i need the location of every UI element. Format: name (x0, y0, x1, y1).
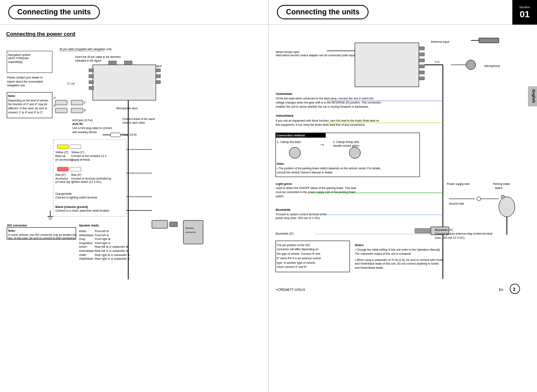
svg-text:Note:: Note: (277, 162, 285, 166)
svg-text:Gray:: Gray: (79, 238, 85, 241)
svg-text:the type of vehicle. Connect 5: the type of vehicle. Connect 5* and (277, 252, 320, 256)
svg-text:that equipment. If not, keep t: that equipment. If not, keep the Audio M… (276, 123, 366, 127)
svg-text:6* when Pin 5 is an antenna co: 6* when Pin 5 is an antenna control (277, 257, 321, 260)
section-badge: Section 01 (512, 0, 537, 25)
svg-text:17 cm: 17 cm (67, 82, 75, 85)
svg-text:Front right ⊖: Front right ⊖ (95, 242, 111, 245)
svg-text:Of the two lead wires connecte: Of the two lead wires connected to the b… (276, 97, 374, 100)
svg-point-113 (466, 60, 475, 69)
svg-text:Blue/white (5*): Blue/white (5*) (276, 232, 294, 235)
svg-text:Blue/white (6*): Blue/white (6*) (435, 228, 453, 232)
svg-rect-19 (156, 69, 161, 72)
svg-text:Connect to a clean, paint-free: Connect to a clean, paint-free metal loc… (55, 209, 110, 212)
svg-text:Yellow/black: Yellow/black (276, 114, 294, 118)
svg-text:power amp (max. 300 mA 12 V DC: power amp (max. 300 mA 12 V DC). (276, 217, 320, 220)
svg-text:Hard-wired remote control adap: Hard-wired remote control adapter can be… (276, 54, 363, 57)
left-diagram-svg: Navigation system (AVIC-F250(sold separa… (6, 43, 262, 311)
svg-text:Yellow (2*): Yellow (2*) (55, 151, 69, 154)
svg-rect-21 (156, 81, 161, 84)
svg-text:Connect to system control term: Connect to system control terminal of th… (276, 213, 327, 216)
svg-rect-59 (58, 167, 69, 171)
right-page: English Antenna input Wired remote input… (269, 25, 537, 392)
svg-text:Gray/black:: Gray/black: (79, 242, 93, 245)
svg-text:26 pin cable (Supplied with na: 26 pin cable (Supplied with navigation u… (59, 48, 111, 51)
svg-text:the function of 2* and 4* may : the function of 2* and 4* may be (8, 103, 47, 106)
svg-text:Connect to the constant 12 V: Connect to the constant 12 V (71, 154, 107, 157)
svg-text:Connection method: Connection method (277, 134, 305, 137)
svg-rect-14 (93, 65, 156, 100)
svg-text:3*: 3* (84, 109, 87, 112)
svg-text:ISO connector: ISO connector (7, 224, 27, 227)
svg-text:connector will differ dependin: connector will differ depending on (277, 248, 318, 251)
svg-rect-16 (89, 75, 94, 78)
right-header: Connecting the units (269, 0, 537, 24)
svg-text:(or accessory): (or accessory) (55, 158, 73, 161)
svg-text:White/black:: White/black: (79, 234, 94, 237)
svg-text:Insert the 26 pin cable in the: Insert the 26 pin cable in the direction (75, 55, 121, 59)
svg-text:and Green/black leads.: and Green/black leads. (355, 266, 384, 269)
svg-text:Red (3*): Red (3*) (71, 173, 81, 177)
svg-text:→: → (319, 141, 325, 148)
svg-point-142 (349, 147, 360, 158)
svg-text:Blue/white: Blue/white (276, 208, 291, 212)
svg-text:En: En (499, 288, 503, 292)
svg-rect-23 (124, 61, 132, 65)
svg-rect-51 (58, 145, 69, 149)
svg-text:type. In another type of vehic: type. In another type of vehicle, (277, 261, 316, 265)
svg-text:connect 1* to 4* and 3* to 2*.: connect 1* to 4* and 3* to 2*. (8, 111, 44, 114)
svg-text:connector: connector (185, 231, 196, 233)
svg-text:Yellow (1*): Yellow (1*) (71, 151, 84, 154)
svg-text:needle-nosed pliers.: needle-nosed pliers. (333, 144, 360, 148)
svg-text:Orange/white: Orange/white (55, 192, 72, 196)
svg-text:• Change the initial setting o: • Change the initial setting of this uni… (355, 248, 441, 251)
svg-text:Red (4*): Red (4*) (55, 173, 66, 177)
svg-text:Wired remote input: Wired remote input (276, 51, 300, 54)
svg-text:AUX IN:: AUX IN: (72, 122, 83, 126)
svg-rect-117 (419, 47, 424, 50)
svg-text:Speaker leads: Speaker leads (79, 224, 99, 227)
svg-text:Violet/white: Violet/white (276, 92, 292, 96)
left-section-title: Connecting the units (8, 5, 100, 19)
svg-rect-15 (89, 69, 94, 72)
svg-text:Notes:: Notes: (355, 243, 364, 247)
svg-text:Accessory: Accessory (55, 177, 69, 180)
svg-rect-102 (170, 222, 177, 227)
svg-point-138 (289, 147, 300, 158)
svg-text:Back-up: Back-up (55, 154, 66, 158)
svg-point-155 (477, 197, 481, 201)
english-tab: English (528, 86, 537, 106)
svg-text:Green:: Green: (79, 245, 88, 248)
svg-text:Use a mini plug cable to conne: Use a mini plug cable to connect (72, 127, 112, 130)
left-header: Connecting the units (0, 0, 269, 24)
svg-text:must be connected to the power: must be connected to the power supply si… (276, 191, 356, 194)
svg-text:switch.: switch. (276, 195, 284, 198)
svg-rect-18 (89, 86, 94, 90)
svg-text:2*: 2* (53, 97, 56, 99)
section-number: 01 (520, 9, 530, 20)
svg-text:Violet:: Violet: (79, 254, 87, 256)
svg-text:• The position of the parking : • The position of the parking brake swit… (277, 167, 381, 170)
svg-text:Power supply side: Power supply side (447, 182, 470, 186)
svg-text:different. In this case, be su: different. In this case, be sure to (8, 107, 47, 110)
svg-text:White:: White: (79, 230, 87, 233)
top-header: Connecting the units Connecting the unit… (0, 0, 537, 25)
svg-rect-118 (419, 53, 424, 56)
svg-text:Black (chassis ground): Black (chassis ground) (55, 205, 88, 209)
svg-text:voltage changes when the gear : voltage changes when the gear shift is i… (276, 101, 381, 104)
svg-rect-30 (55, 100, 67, 105)
svg-text:Note:: Note: (8, 229, 16, 233)
svg-text:AUX jack (3.5 ø): AUX jack (3.5 ø) (72, 119, 92, 122)
svg-text:The subwoofer output of this u: The subwoofer output of this unit is mon… (355, 252, 412, 256)
svg-text:inquire about the connectable: inquire about the connectable (7, 80, 43, 83)
svg-text:Connect to terminal controlled: Connect to terminal controlled by (71, 177, 111, 180)
svg-text:Rear right ⊕ or subwoofer ⊕: Rear right ⊕ or subwoofer ⊕ (95, 254, 130, 257)
main-content: Connecting the power cord Navigation sys… (0, 25, 537, 392)
svg-text:Front left ⊕: Front left ⊕ (95, 230, 109, 233)
svg-text:Violet/black:: Violet/black: (79, 257, 94, 260)
svg-text:Connect leads of the same: Connect leads of the same (122, 118, 155, 120)
svg-text:ignition switch (12 V DC).: ignition switch (12 V DC). (71, 180, 102, 184)
svg-text:Front right ⊕: Front right ⊕ (95, 238, 111, 241)
svg-rect-52 (70, 145, 81, 149)
svg-text:4*: 4* (53, 104, 56, 107)
svg-text:1. Clamp the lead.: 1. Clamp the lead. (277, 140, 301, 144)
